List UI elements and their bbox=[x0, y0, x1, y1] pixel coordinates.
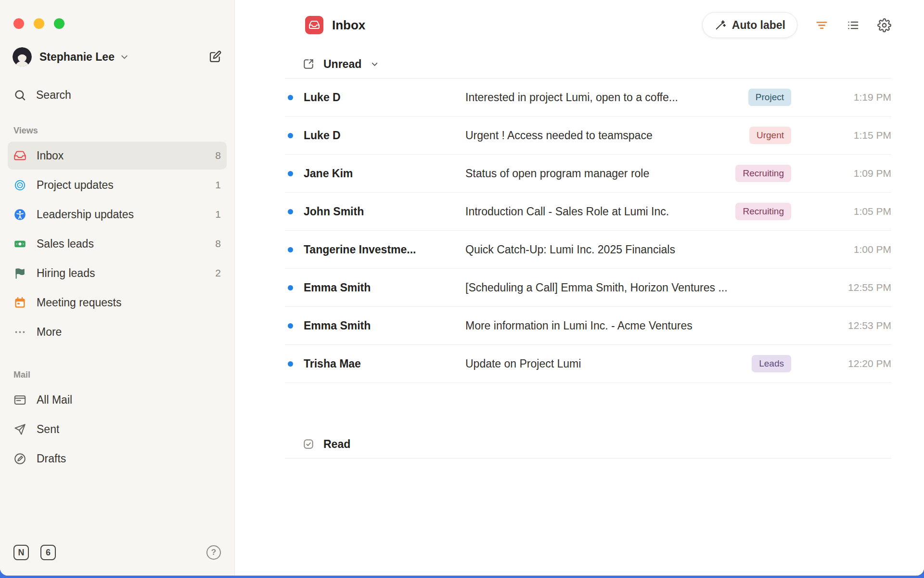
filter-icon[interactable] bbox=[815, 18, 829, 32]
list-view-icon[interactable] bbox=[846, 18, 860, 32]
page-title: Inbox bbox=[332, 18, 365, 33]
user-name[interactable]: Stephanie Lee bbox=[39, 51, 115, 64]
sidebar-item-leadership-updates[interactable]: Leadership updates1 bbox=[8, 200, 227, 228]
minimize-button[interactable] bbox=[34, 18, 44, 29]
email-time: 12:55 PM bbox=[791, 282, 891, 293]
close-button[interactable] bbox=[13, 18, 24, 29]
inbox-icon bbox=[13, 149, 29, 162]
sidebar-item-label: Sales leads bbox=[37, 237, 94, 250]
help-button[interactable]: ? bbox=[206, 545, 221, 560]
sidebar-item-count: 8 bbox=[215, 238, 221, 250]
unread-dot-icon bbox=[288, 95, 293, 100]
sidebar-item-label: All Mail bbox=[37, 394, 72, 407]
email-row[interactable]: Emma Smith More information in Lumi Inc.… bbox=[285, 307, 891, 345]
email-sender: Luke D bbox=[304, 91, 465, 104]
email-subject: Interested in project Lumi, open to a co… bbox=[465, 91, 748, 104]
calendar-icon bbox=[13, 296, 29, 309]
email-sender: John Smith bbox=[304, 205, 465, 218]
avatar[interactable] bbox=[13, 47, 32, 66]
email-time: 1:05 PM bbox=[791, 206, 891, 217]
section-label-views: Views bbox=[8, 126, 227, 136]
email-subject: Urgent ! Access needed to teamspace bbox=[465, 129, 749, 142]
app-window: Stephanie Lee Search ViewsInbox8Project … bbox=[0, 0, 924, 576]
email-subject: More information in Lumi Inc. - Acme Ven… bbox=[465, 319, 791, 332]
sidebar-item-label: Meeting requests bbox=[37, 296, 121, 309]
read-checkbox-icon bbox=[302, 438, 315, 450]
flag-icon bbox=[13, 267, 29, 280]
email-tag[interactable]: Urgent bbox=[749, 127, 791, 144]
email-tag[interactable]: Project bbox=[748, 89, 791, 106]
read-section-header[interactable]: Read bbox=[285, 430, 891, 459]
sidebar-item-meeting-requests[interactable]: Meeting requests bbox=[8, 289, 227, 316]
email-row[interactable]: Jane Kim Status of open program manager … bbox=[285, 155, 891, 193]
sidebar: Stephanie Lee Search ViewsInbox8Project … bbox=[0, 0, 235, 576]
main-panel: Inbox Auto label Unread Luke D Intereste… bbox=[235, 0, 924, 576]
email-time: 1:15 PM bbox=[791, 130, 891, 141]
auto-label-text: Auto label bbox=[732, 19, 785, 32]
sidebar-item-sent[interactable]: Sent bbox=[8, 415, 227, 443]
unread-dot-icon bbox=[288, 209, 293, 214]
email-time: 1:00 PM bbox=[791, 244, 891, 255]
email-sender: Tangerine Investme... bbox=[304, 243, 465, 256]
email-subject: Status of open program manager role bbox=[465, 167, 735, 180]
email-row[interactable]: Luke D Interested in project Lumi, open … bbox=[285, 79, 891, 117]
window-controls bbox=[8, 0, 227, 29]
email-subject: Update on Project Lumi bbox=[465, 357, 752, 370]
unread-dot-icon bbox=[288, 361, 293, 367]
email-subject: Introduction Call - Sales Role at Lumi I… bbox=[465, 205, 735, 218]
email-row[interactable]: Luke D Urgent ! Access needed to teamspa… bbox=[285, 117, 891, 155]
email-tag[interactable]: Recruiting bbox=[735, 203, 791, 220]
calendar-badge[interactable]: 6 bbox=[40, 545, 56, 560]
sidebar-item-label: Sent bbox=[37, 423, 59, 436]
ellipsis-icon bbox=[13, 326, 29, 339]
search-button[interactable]: Search bbox=[8, 89, 227, 102]
wand-icon bbox=[714, 19, 726, 31]
mail-icon bbox=[13, 394, 29, 407]
email-subject: Quick Catch-Up: Lumi Inc. 2025 Financial… bbox=[465, 243, 791, 256]
email-row[interactable]: Tangerine Investme... Quick Catch-Up: Lu… bbox=[285, 231, 891, 269]
email-time: 1:09 PM bbox=[791, 168, 891, 179]
chevron-down-icon[interactable] bbox=[119, 52, 129, 62]
sidebar-item-label: More bbox=[37, 326, 62, 339]
email-tag[interactable]: Recruiting bbox=[735, 165, 791, 182]
compose-button[interactable] bbox=[208, 50, 222, 64]
sidebar-item-label: Drafts bbox=[37, 452, 66, 465]
read-label: Read bbox=[323, 438, 350, 451]
unread-section-header[interactable]: Unread bbox=[285, 50, 891, 79]
sidebar-item-more[interactable]: More bbox=[8, 318, 227, 346]
inbox-badge-icon bbox=[305, 16, 323, 34]
zoom-button[interactable] bbox=[54, 18, 64, 29]
email-time: 12:53 PM bbox=[791, 320, 891, 331]
sidebar-item-label: Leadership updates bbox=[37, 208, 134, 221]
email-time: 12:20 PM bbox=[791, 358, 891, 369]
banknote-icon bbox=[13, 237, 29, 250]
email-row[interactable]: John Smith Introduction Call - Sales Rol… bbox=[285, 193, 891, 231]
notion-badge[interactable]: N bbox=[13, 545, 29, 560]
search-label: Search bbox=[36, 89, 71, 102]
email-row[interactable]: Emma Smith [Scheduling a Call] Emma Smit… bbox=[285, 269, 891, 307]
send-icon bbox=[13, 423, 29, 436]
auto-label-button[interactable]: Auto label bbox=[702, 12, 797, 38]
sidebar-item-inbox[interactable]: Inbox8 bbox=[8, 142, 227, 170]
sidebar-item-sales-leads[interactable]: Sales leads8 bbox=[8, 230, 227, 258]
email-subject: [Scheduling a Call] Emma Smith, Horizon … bbox=[465, 281, 791, 294]
sidebar-item-drafts[interactable]: Drafts bbox=[8, 445, 227, 473]
unread-dot-icon bbox=[288, 171, 293, 176]
user-row: Stephanie Lee bbox=[8, 47, 227, 66]
sidebar-item-label: Inbox bbox=[37, 149, 64, 162]
email-row[interactable]: Trisha Mae Update on Project Lumi Leads … bbox=[285, 345, 891, 383]
sidebar-item-count: 1 bbox=[215, 179, 221, 191]
unread-dot-icon bbox=[288, 247, 293, 252]
sidebar-item-project-updates[interactable]: Project updates1 bbox=[8, 171, 227, 199]
leadership-icon bbox=[13, 208, 29, 221]
sidebar-item-count: 8 bbox=[215, 150, 221, 161]
sidebar-item-label: Hiring leads bbox=[37, 267, 95, 280]
sidebar-item-hiring-leads[interactable]: Hiring leads2 bbox=[8, 259, 227, 287]
main-header: Inbox Auto label bbox=[285, 0, 891, 50]
sidebar-item-all-mail[interactable]: All Mail bbox=[8, 386, 227, 414]
email-sender: Trisha Mae bbox=[304, 357, 465, 370]
chevron-down-icon[interactable] bbox=[370, 60, 379, 69]
settings-icon[interactable] bbox=[877, 18, 891, 32]
email-tag[interactable]: Leads bbox=[752, 355, 791, 372]
header-toolbar: Auto label bbox=[702, 12, 891, 38]
